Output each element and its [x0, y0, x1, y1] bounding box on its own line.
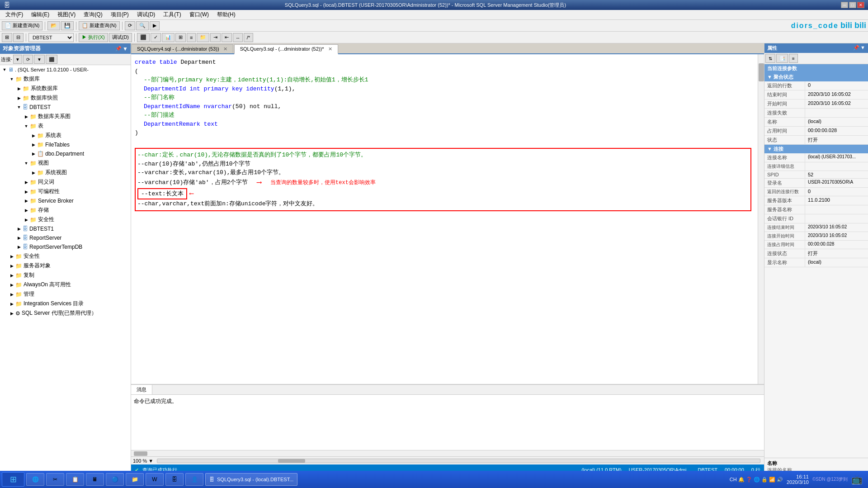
connect-btn[interactable]: ▼	[13, 55, 22, 64]
maximize-button[interactable]: □	[849, 2, 856, 8]
prop-row-sessionid: 会话银行 ID	[764, 214, 868, 223]
tree-serverobj-folder[interactable]: ▶ 📁 服务器对象	[0, 261, 131, 270]
parse-button[interactable]: ✓	[151, 33, 161, 42]
prop-expand-icon[interactable]: ▼	[860, 45, 865, 52]
prop-pin-icon[interactable]: 📌	[853, 45, 859, 52]
start-button[interactable]: ⊞	[2, 472, 24, 487]
toolbar-btn2[interactable]: 🔍	[136, 21, 149, 30]
taskbar-window-ssms[interactable]: 🗄 SQLQuery3.sql - (local).DBTEST...	[205, 473, 297, 486]
tree-dbtest-node[interactable]: ▼ 🗄 DBTEST	[0, 103, 131, 112]
execute-button[interactable]: ▶ 执行(X)	[79, 33, 108, 42]
menu-view[interactable]: 视图(V)	[54, 10, 79, 19]
sql-editor[interactable]: create table Department ( --部门编号,primary…	[131, 54, 764, 384]
tree-snapshot-folder[interactable]: ▶ 📁 数据库快照	[0, 93, 131, 103]
tree-synonym-folder[interactable]: ▶ 📁 同义词	[0, 177, 131, 187]
tree-reportserver-node[interactable]: ▶ 🗄 ReportServer	[0, 233, 131, 242]
expand-panel-icon[interactable]: ▼	[123, 46, 128, 52]
menu-project[interactable]: 项目(P)	[107, 10, 132, 19]
tree-management-folder[interactable]: ▶ 📁 管理	[0, 289, 131, 299]
pin-icon[interactable]: 📌	[115, 46, 122, 52]
indent-button[interactable]: ⊞	[2, 33, 12, 42]
tree-server-node[interactable]: ▼ 🖥 . (SQL Server 11.0.2100 - USER-	[0, 65, 131, 74]
close-tab4-icon[interactable]: ✕	[223, 46, 227, 52]
uncomment-btn[interactable]: /*	[244, 33, 253, 42]
tree-tables-folder[interactable]: ▼ 📁 表	[0, 121, 131, 131]
tree-dept-table[interactable]: ▶ 📋 dbo.Department	[0, 149, 131, 158]
database-selector[interactable]: DBTEST	[28, 33, 74, 42]
results-horizontal-scrollbar[interactable]	[131, 450, 764, 456]
prop-row-conndetail: 连接详细信息	[764, 162, 868, 171]
toolbar-btn3[interactable]: ▶	[150, 21, 160, 30]
open-button[interactable]: 📂	[47, 21, 60, 30]
tree-systable-folder[interactable]: ▶ 📁 系统表	[0, 131, 131, 140]
prop-aggregate-section[interactable]: ▼ 聚合状态	[764, 73, 868, 81]
close-tab3-icon[interactable]: ✕	[328, 46, 332, 52]
menu-tools[interactable]: 工具(T)	[160, 10, 184, 19]
prop-cat-btn[interactable]: 📑	[776, 54, 788, 63]
taskbar-app7[interactable]: W	[146, 473, 164, 486]
tree-databases-folder[interactable]: ▼ 📁 数据库	[0, 74, 131, 84]
file-btn[interactable]: 📁	[197, 33, 209, 42]
menu-query[interactable]: 查询(Q)	[80, 10, 106, 19]
menu-file[interactable]: 文件(F)	[2, 10, 27, 19]
tab-sqlquery3[interactable]: SQLQuery3.sql - (...dministrator (52))* …	[234, 44, 338, 54]
result-btn[interactable]: 📊	[162, 33, 175, 42]
tree-programmability-folder[interactable]: ▶ 📁 可编程性	[0, 187, 131, 196]
menu-window[interactable]: 窗口(W)	[186, 10, 212, 19]
tab-sqlquery4[interactable]: SQLQuery4.sql - (...dministrator (53)) ✕	[131, 44, 233, 53]
tree-views-folder[interactable]: ▼ 📁 视图	[0, 158, 131, 168]
stop-button[interactable]: ⬛	[137, 33, 150, 42]
taskbar-app8[interactable]: 🗄	[165, 473, 184, 486]
taskbar-app6[interactable]: 📁	[126, 473, 144, 486]
grid-btn[interactable]: ⊞	[175, 33, 186, 42]
taskbar-app9[interactable]: 👤	[185, 473, 203, 486]
new-query2-button[interactable]: 📋 新建查询(N)	[79, 21, 119, 30]
editor-scrollbar[interactable]	[157, 459, 760, 463]
filter-btn[interactable]: ▼	[34, 55, 45, 64]
minimize-button[interactable]: ─	[841, 2, 848, 8]
tree-agent-node[interactable]: ▶ ⚙ SQL Server 代理(已禁用代理）	[0, 308, 131, 318]
prop-list-btn[interactable]: ≡	[789, 54, 798, 63]
menu-edit[interactable]: 编辑(E)	[28, 10, 53, 19]
menu-debug[interactable]: 调试(D)	[133, 10, 159, 19]
tree-alwayson-folder[interactable]: ▶ 📁 AlwaysOn 高可用性	[0, 280, 131, 289]
stop-refresh-btn[interactable]: ⬛	[46, 55, 57, 64]
taskbar-app3[interactable]: 📋	[66, 473, 84, 486]
taskbar-app1[interactable]: 🌐	[26, 473, 44, 486]
tree-storage-folder[interactable]: ▶ 📁 存储	[0, 205, 131, 215]
new-query-button[interactable]: 📄 新建查询(N)	[2, 21, 42, 30]
outdent-button[interactable]: ⊟	[13, 33, 24, 42]
outdent2-btn[interactable]: ⇤	[222, 33, 232, 42]
save-button[interactable]: 💾	[61, 21, 74, 30]
tree-servicebroker-folder[interactable]: ▶ 📁 Service Broker	[0, 196, 131, 205]
hl-varchar2-row: --varchar(10)存储'ab'，占用2个字节 ⟶ 当查询的数量较多时，使…	[137, 177, 749, 188]
results-tab-messages[interactable]: 消息	[131, 385, 152, 394]
refresh-btn[interactable]: ⟳	[23, 55, 33, 64]
tree-sysview-folder[interactable]: ▶ 📁 系统视图	[0, 168, 131, 177]
tree-diagram-folder[interactable]: ▶ 📁 数据库关系图	[0, 112, 131, 121]
taskbar-app2[interactable]: ✂	[46, 473, 64, 486]
tree-integration-folder[interactable]: ▶ 📁 Integration Services 目录	[0, 299, 131, 308]
prop-conn-section[interactable]: ▼ 连接	[764, 145, 868, 153]
indent2-btn[interactable]: ⇥	[210, 33, 221, 42]
taskbar-app5[interactable]: 🔵	[106, 473, 124, 486]
comment-btn[interactable]: --	[233, 33, 242, 42]
vertical-scrollbar[interactable]	[758, 54, 764, 384]
video-icon[interactable]: 📺	[851, 474, 863, 485]
tree-security2-folder[interactable]: ▶ 📁 安全性	[0, 251, 131, 261]
tree-security-folder[interactable]: ▶ 📁 安全性	[0, 215, 131, 224]
menu-help[interactable]: 帮助(H)	[213, 10, 239, 19]
tab3-label: SQLQuery3.sql - (...dministrator (52))*	[240, 46, 324, 52]
tree-filetables-folder[interactable]: ▶ 📁 FileTables	[0, 140, 131, 149]
tree-replication-folder[interactable]: ▶ 📁 复制	[0, 270, 131, 280]
toolbar-btn1[interactable]: ⟳	[125, 21, 135, 30]
tree-dbtest1-node[interactable]: ▶ 🗄 DBTEST1	[0, 224, 131, 233]
nvarchar-params: (50) not null,	[232, 103, 281, 110]
prop-sort-btn[interactable]: ⇅	[765, 54, 775, 63]
taskbar-app4[interactable]: 🖩	[86, 473, 104, 486]
tree-reporttempdb-node[interactable]: ▶ 🗄 ReportServerTempDB	[0, 242, 131, 251]
tree-sysdb-folder[interactable]: ▶ 📁 系统数据库	[0, 84, 131, 93]
debug-button[interactable]: 调试(D)	[109, 33, 132, 42]
close-button[interactable]: ✕	[857, 2, 864, 8]
text-btn[interactable]: ≡	[187, 33, 196, 42]
